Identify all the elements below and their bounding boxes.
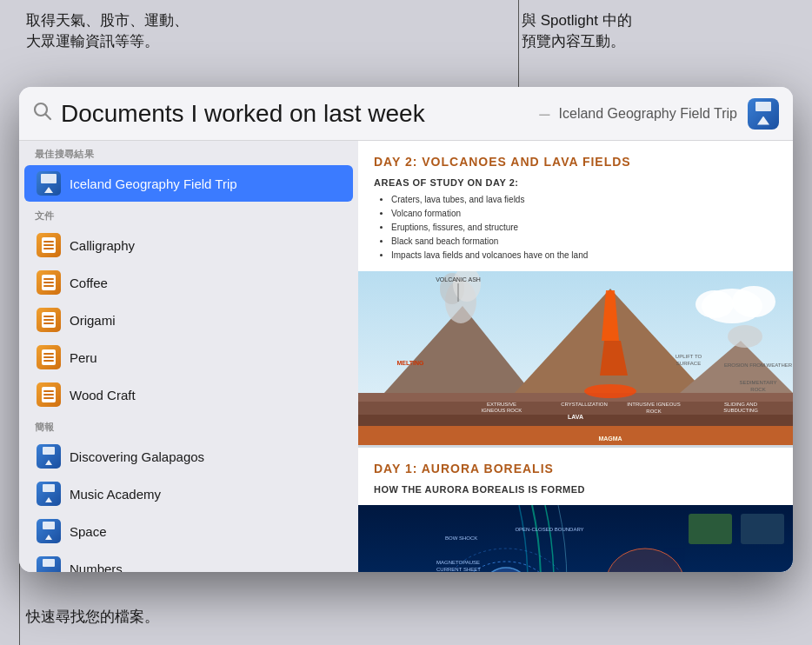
svg-text:LAVA: LAVA: [568, 414, 583, 420]
icon-pages-calligraphy: [37, 233, 61, 257]
icon-keynote-galapagos: [37, 444, 61, 469]
svg-text:UPLIFT TO: UPLIFT TO: [676, 354, 702, 359]
section-header-briefs: 簡報: [19, 414, 358, 437]
svg-text:BOW SHOCK: BOW SHOCK: [445, 535, 477, 541]
preview-content: DAY 2: VOLCANOES AND LAVA FIELDS AREAS O…: [358, 141, 793, 572]
result-best-match[interactable]: Iceland Geography Field Trip: [24, 165, 353, 202]
svg-point-8: [696, 290, 734, 318]
volcano-diagram: VOLCANIC ASH LAVA EXTRUSIVE IGNEOUS ROCK…: [358, 271, 793, 445]
search-icon: [33, 102, 52, 126]
preview-day2-title: DAY 2: VOLCANOES AND LAVA FIELDS: [374, 155, 777, 169]
svg-point-20: [584, 384, 636, 398]
annotation-bottom-left: 快速尋找您的檔案。: [26, 607, 217, 628]
icon-keynote-numbers: [37, 556, 61, 572]
search-query: Documents I worked on last week: [61, 100, 530, 128]
preview-day2-subtitle: AREAS OF STUDY ON DAY 2:: [374, 177, 777, 188]
label-space: Space: [70, 524, 107, 539]
spotlight-body: 最佳搜尋結果 Iceland Geography Field Trip 文件: [19, 141, 793, 572]
result-calligraphy[interactable]: Calligraphy: [24, 227, 353, 263]
section-header-best-match: 最佳搜尋結果: [19, 141, 358, 164]
svg-text:CURRENT SHEET: CURRENT SHEET: [436, 567, 481, 572]
aurora-diagram: BOW SHOCK MAGNETOPAUSE CURRENT SHEET OPE…: [358, 505, 793, 572]
icon-keynote-best-match: [37, 171, 61, 196]
svg-marker-12: [358, 426, 793, 445]
svg-text:ROCK: ROCK: [750, 387, 765, 392]
label-discovering-galapagos: Discovering Galapagos: [70, 449, 204, 464]
label-numbers: Numbers: [70, 562, 123, 573]
label-coffee: Coffee: [70, 276, 108, 290]
search-bar[interactable]: Documents I worked on last week – Icelan…: [19, 87, 793, 141]
icon-keynote-space: [37, 519, 61, 543]
annotation-line-left: [19, 558, 20, 645]
svg-rect-51: [741, 514, 784, 544]
svg-text:MELTING: MELTING: [397, 360, 425, 366]
svg-text:SEDIMENTARY: SEDIMENTARY: [740, 380, 777, 385]
svg-text:MAGNETOPAUSE: MAGNETOPAUSE: [436, 560, 480, 565]
svg-line-1: [46, 114, 51, 119]
result-origami[interactable]: Origami: [24, 302, 353, 338]
preview-day1-section: DAY 1: AURORA BOREALIS HOW THE AURORA BO…: [358, 445, 793, 572]
svg-text:INTRUSIVE IGNEOUS: INTRUSIVE IGNEOUS: [627, 402, 680, 407]
icon-pages-wood-craft: [37, 382, 61, 407]
label-peru: Peru: [70, 350, 97, 365]
best-match-label: Iceland Geography Field Trip: [70, 176, 237, 191]
result-space[interactable]: Space: [24, 513, 353, 549]
svg-rect-50: [689, 514, 732, 544]
label-origami: Origami: [70, 313, 116, 328]
svg-text:MAGMA: MAGMA: [598, 436, 622, 442]
search-subtitle: Iceland Geography Field Trip: [559, 106, 737, 122]
annotation-top-left: 取得天氣、股市、運動、 大眾運輸資訊等等。: [26, 10, 270, 52]
svg-point-22: [728, 325, 762, 348]
svg-text:SUBDUCTING: SUBDUCTING: [723, 408, 758, 413]
icon-pages-origami: [37, 308, 61, 332]
preview-day1-subtitle: HOW THE AURORA BOREALIS IS FORMED: [374, 484, 777, 495]
svg-point-7: [732, 286, 775, 317]
left-panel: 最佳搜尋結果 Iceland Geography Field Trip 文件: [19, 141, 358, 572]
keynote-icon: [748, 98, 779, 130]
right-panel[interactable]: DAY 2: VOLCANOES AND LAVA FIELDS AREAS O…: [358, 141, 793, 572]
svg-text:CRYSTALLIZATION: CRYSTALLIZATION: [561, 402, 608, 407]
result-discovering-galapagos[interactable]: Discovering Galapagos: [24, 438, 353, 475]
annotation-top-right: 與 Spotlight 中的 預覽內容互動。: [522, 10, 713, 52]
preview-day2-bullets: Craters, lava tubes, and lava fields Vol…: [383, 193, 777, 263]
search-separator: –: [539, 103, 549, 125]
icon-keynote-music-academy: [37, 482, 61, 506]
svg-text:SURFACE: SURFACE: [676, 361, 701, 366]
preview-day2-section: DAY 2: VOLCANOES AND LAVA FIELDS AREAS O…: [358, 141, 793, 271]
svg-text:ROCK: ROCK: [646, 409, 661, 414]
icon-pages-peru: [37, 345, 61, 369]
section-header-documents: 文件: [19, 203, 358, 226]
icon-pages-coffee: [37, 270, 61, 295]
label-wood-craft: Wood Craft: [70, 388, 136, 402]
svg-text:OPEN-CLOSED BOUNDARY: OPEN-CLOSED BOUNDARY: [515, 527, 583, 532]
svg-text:SLIDING AND: SLIDING AND: [724, 402, 758, 407]
annotation-line-right: [518, 0, 519, 94]
spotlight-window: Documents I worked on last week – Icelan…: [19, 87, 793, 572]
label-calligraphy: Calligraphy: [70, 238, 135, 253]
result-coffee[interactable]: Coffee: [24, 264, 353, 301]
result-wood-craft[interactable]: Wood Craft: [24, 376, 353, 413]
svg-text:IGNEOUS ROCK: IGNEOUS ROCK: [482, 408, 522, 413]
result-music-academy[interactable]: Music Academy: [24, 475, 353, 512]
svg-text:VOLCANIC ASH: VOLCANIC ASH: [436, 276, 481, 283]
preview-day1-title: DAY 1: AURORA BOREALIS: [374, 462, 777, 475]
label-music-academy: Music Academy: [70, 487, 161, 502]
result-peru[interactable]: Peru: [24, 339, 353, 376]
svg-text:EROSION FROM WEATHER: EROSION FROM WEATHER: [724, 362, 793, 368]
result-numbers[interactable]: Numbers: [24, 550, 353, 572]
svg-text:EXTRUSIVE: EXTRUSIVE: [487, 402, 516, 407]
